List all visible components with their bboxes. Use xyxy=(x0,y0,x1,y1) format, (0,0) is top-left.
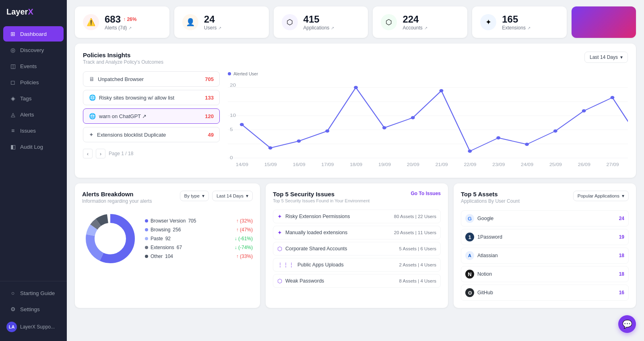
sidebar-item-label: Starting Guide xyxy=(20,290,55,296)
alerts-filter1-dropdown[interactable]: By type ▾ xyxy=(180,191,209,201)
sidebar-item-events[interactable]: ◫ Events xyxy=(3,58,64,74)
policies-icon: ◻ xyxy=(10,79,16,85)
alerts-stat-icon: ⚠️ xyxy=(83,14,99,30)
alerts-ext-link: ↗ xyxy=(128,26,132,30)
stat-card-extensions[interactable]: ✦ 165 Extensions ↗ xyxy=(472,6,567,38)
assets-header: Top 5 Assets Applications By User Count … xyxy=(461,191,629,204)
asset-item-atlassian[interactable]: A Atlassian 18 xyxy=(461,247,629,264)
pagination-next[interactable]: › xyxy=(96,149,105,158)
chevron-down-icon: ▾ xyxy=(620,54,623,60)
svg-text:20/09: 20/09 xyxy=(407,162,419,167)
apps-label: Applications ↗ xyxy=(303,25,334,31)
accounts-number: 224 xyxy=(402,14,427,25)
legend-label: Alerted User xyxy=(233,71,258,76)
security-header: Top 5 Security Issues Top 5 Security Iss… xyxy=(273,191,441,203)
sidebar-item-starting-guide[interactable]: ○ Starting Guide xyxy=(3,285,64,301)
svg-text:18/09: 18/09 xyxy=(350,162,362,167)
sidebar-item-policies[interactable]: ◻ Policies xyxy=(3,75,64,90)
chevron-down-icon: ▾ xyxy=(246,193,248,199)
security-item-stats: 8 Assets | 4 Users xyxy=(399,279,436,283)
chat-support-bubble[interactable]: 💬 xyxy=(618,315,636,333)
asset-item-1password[interactable]: 1 1Password 19 xyxy=(461,229,629,245)
svg-point-16 xyxy=(411,116,415,119)
policy-icon: 🖥 xyxy=(89,76,95,82)
asset-item-github[interactable]: ⊙ GitHub 16 xyxy=(461,285,629,301)
alerts-filter2-dropdown[interactable]: Last 14 Days ▾ xyxy=(212,191,253,201)
stat-card-accounts[interactable]: ⬡ 224 Accounts ↗ xyxy=(373,6,467,38)
security-item[interactable]: ⬡ Weak Passwords 8 Assets | 4 Users xyxy=(273,274,441,288)
legend-item-change: ↓ (-74%) xyxy=(235,245,253,250)
security-item[interactable]: ⬡ Corporate Shared Accounts 5 Assets | 6… xyxy=(273,242,441,256)
asset-count: 24 xyxy=(619,216,624,221)
user-avatar-row[interactable]: LA LayerX Suppo... xyxy=(0,318,67,336)
user-name: LayerX Suppo... xyxy=(20,324,55,330)
security-title-block: Top 5 Security Issues Top 5 Security Iss… xyxy=(273,191,369,203)
policy-item-extensions[interactable]: ✦ Extensions blocklist Duplicate 49 xyxy=(83,127,220,142)
svg-point-21 xyxy=(553,129,557,133)
asset-item-google[interactable]: G Google 24 xyxy=(461,210,629,227)
issues-icon: ≡ xyxy=(10,127,16,134)
policies-date-filter[interactable]: Last 14 Days ▾ xyxy=(584,52,628,63)
stat-card-alerts[interactable]: ⚠️ 683 ↑ 26% Alerts (7d) ↗ xyxy=(75,6,169,38)
sidebar-item-dashboard[interactable]: ⊞ Dashboard xyxy=(3,26,64,42)
svg-text:25/09: 25/09 xyxy=(549,162,562,167)
security-item[interactable]: ✦ Risky Extension Permissions 80 Assets … xyxy=(273,210,441,223)
svg-point-22 xyxy=(582,109,586,112)
security-item-left: ✦ Manually loaded extensions xyxy=(277,229,347,236)
bottom-row: Alerts Breakdown Information regarding y… xyxy=(75,183,636,308)
legend-item-value: 92 xyxy=(165,236,171,241)
svg-text:14/09: 14/09 xyxy=(236,162,248,167)
legend-left: Paste 92 xyxy=(145,236,171,241)
svg-text:24/09: 24/09 xyxy=(521,162,533,167)
extensions-label: Extensions ↗ xyxy=(502,25,530,31)
main-content: ⚠️ 683 ↑ 26% Alerts (7d) ↗ 👤 24 Users ↗ xyxy=(67,0,644,341)
security-item-icon: ⬡ xyxy=(277,245,282,252)
asset-left: 1 1Password xyxy=(465,233,502,241)
legend-item-value: 67 xyxy=(177,245,182,250)
google-logo: G xyxy=(465,214,474,223)
sidebar-item-settings[interactable]: ⚙ Settings xyxy=(3,301,64,317)
stat-card-applications[interactable]: ⬡ 415 Applications ↗ xyxy=(274,6,368,38)
sidebar: LayerX ⊞ Dashboard ◎ Discovery ◫ Events … xyxy=(0,0,67,341)
svg-text:27/09: 27/09 xyxy=(607,162,619,167)
security-item-icon: ✦ xyxy=(277,213,282,220)
policy-item-risky-sites[interactable]: 🌐 Risky sites browsing w/ allow list 133 xyxy=(83,90,220,105)
sidebar-item-tags[interactable]: ◈ Tags xyxy=(3,91,64,106)
security-item[interactable]: ✦ Manually loaded extensions 20 Assets |… xyxy=(273,226,441,239)
legend-item-label: Extensions xyxy=(151,245,174,250)
policy-item-unpatched[interactable]: 🖥 Unpatched Browser 705 xyxy=(83,71,220,87)
sidebar-item-label: Issues xyxy=(20,128,36,134)
policies-list: 🖥 Unpatched Browser 705 🌐 Risky sites br… xyxy=(83,71,220,170)
policy-name: Extensions blocklist Duplicate xyxy=(97,132,166,138)
policy-item-chatgpt[interactable]: 🌐 warn on ChatGPT ↗ 120 xyxy=(83,108,220,124)
svg-text:17/09: 17/09 xyxy=(321,162,334,167)
legend-dot xyxy=(228,72,231,75)
accounts-label: Accounts ↗ xyxy=(402,25,427,31)
svg-text:22/09: 22/09 xyxy=(464,162,476,167)
sidebar-item-label: Settings xyxy=(20,306,40,312)
1password-logo: 1 xyxy=(465,233,474,241)
asset-left: G Google xyxy=(465,214,493,223)
assets-filter-dropdown[interactable]: Popular Applications ▾ xyxy=(573,191,629,201)
sidebar-item-discovery[interactable]: ◎ Discovery xyxy=(3,42,64,58)
pagination-prev[interactable]: ‹ xyxy=(83,149,93,158)
stat-card-users[interactable]: 👤 24 Users ↗ xyxy=(174,6,269,38)
svg-text:0: 0 xyxy=(230,155,233,160)
security-item-name: Public Apps Uploads xyxy=(297,262,344,268)
sidebar-item-audit-log[interactable]: ◧ Audit Log xyxy=(3,139,64,154)
sidebar-item-alerts[interactable]: ◬ Alerts xyxy=(3,107,64,122)
line-chart: 20 10 5 0 xyxy=(228,79,628,168)
svg-text:20: 20 xyxy=(230,83,236,87)
asset-item-notion[interactable]: N Notion 18 xyxy=(461,266,629,282)
policy-icon: 🌐 xyxy=(89,94,96,101)
svg-point-20 xyxy=(525,143,529,146)
alerts-change: ↑ 26% xyxy=(123,17,136,22)
sidebar-item-issues[interactable]: ≡ Issues xyxy=(3,123,64,138)
security-item[interactable]: ⋮⋮⋮ Public Apps Uploads 2 Assets | 4 Use… xyxy=(273,258,441,272)
go-to-issues-link[interactable]: Go To Issues xyxy=(411,191,441,196)
alerts-number: 683 ↑ 26% xyxy=(105,14,136,25)
legend-item-label: Other xyxy=(151,254,163,259)
legend-row: Browsing 256 ↑ (47%) xyxy=(145,227,253,233)
legend-color-dot xyxy=(145,219,148,222)
policies-subtitle: Track and Analyze Policy's Outcomes xyxy=(83,59,163,65)
